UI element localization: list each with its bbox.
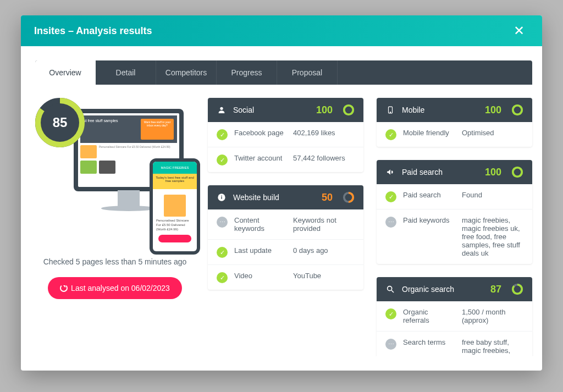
last-analysed-button[interactable]: Last analysed on 06/02/2023: [48, 277, 182, 299]
svg-point-10: [390, 112, 390, 113]
check-icon: ✓: [217, 272, 228, 283]
row-label: Twitter account: [234, 154, 286, 162]
cards-col-1: Social 100 ✓ Facebook page 402: [208, 98, 363, 356]
ellipsis-icon: ⋯: [217, 217, 228, 228]
card-score: 100: [485, 104, 501, 116]
score-badge: 85: [35, 98, 85, 147]
row-label: Facebook page: [234, 129, 286, 137]
check-icon: ✓: [385, 308, 396, 319]
card-mobile: Mobile 100 ✓ Mobile friendly O: [377, 98, 532, 147]
card-score: 100: [485, 167, 501, 178]
score-ring-icon: [511, 104, 523, 116]
card-score: 100: [316, 104, 333, 116]
analysis-modal: Insites – Analysis results ✕ Overview De…: [21, 15, 542, 371]
row-label: Mobile friendly: [403, 129, 455, 137]
cards-col-2: Mobile 100 ✓ Mobile friendly O: [377, 98, 532, 356]
check-icon: ✓: [385, 191, 396, 202]
search-icon: [385, 284, 395, 294]
close-icon: ✕: [514, 23, 525, 38]
card-header: i Website build 50: [208, 185, 363, 209]
row-value: 402,169 likes: [293, 129, 355, 137]
check-icon: ✓: [217, 247, 228, 258]
mobile-icon: [385, 105, 395, 115]
row-value: 0 days ago: [293, 246, 355, 255]
card-title: Social: [233, 106, 310, 114]
tab-proposal[interactable]: Proposal: [277, 60, 338, 85]
cards-columns: Social 100 ✓ Facebook page 402: [208, 98, 532, 356]
tab-competitors[interactable]: Competitors: [156, 60, 217, 85]
table-row: ✓ Mobile friendly Optimised: [377, 122, 532, 147]
modal-title: Insites – Analysis results: [34, 25, 152, 37]
card-title: Paid search: [402, 168, 478, 176]
table-row: ⋯ Search terms free baby stuff, magic fr…: [377, 332, 532, 356]
card-header: Mobile 100: [377, 98, 532, 122]
tab-overview[interactable]: Overview: [35, 60, 96, 85]
table-row: ✓ Last update 0 days ago: [208, 240, 363, 265]
check-icon: ✓: [385, 129, 396, 140]
info-icon: i: [217, 192, 227, 202]
card-title: Organic search: [402, 285, 484, 294]
checked-status: Checked 5 pages less than 5 minutes ago: [35, 257, 195, 266]
svg-point-15: [388, 286, 392, 291]
row-label: Last update: [234, 246, 286, 255]
ellipsis-icon: ⋯: [385, 217, 396, 228]
check-icon: ✓: [217, 129, 228, 140]
megaphone-icon: [385, 167, 395, 177]
row-label: Paid search: [403, 191, 455, 199]
card-website: i Website build 50 ⋯: [208, 185, 363, 290]
row-value: 57,442 followers: [293, 154, 355, 162]
analyse-label: Last analysed on 06/02/2023: [71, 284, 170, 292]
card-score: 87: [490, 284, 501, 295]
row-value: Found: [462, 191, 523, 199]
row-value: Keywords not provided: [293, 216, 355, 233]
card-header: Paid search 100: [377, 160, 532, 184]
phone-product: Personalised Skincare For £5.50 Delivere…: [156, 219, 194, 231]
card-score: 50: [322, 192, 333, 203]
ellipsis-icon: ⋯: [385, 339, 396, 350]
score-ring-icon: [343, 104, 355, 116]
row-label: Search terms: [403, 338, 455, 346]
row-label: Paid keywords: [403, 216, 455, 224]
row-label: Organic referrals: [403, 308, 455, 324]
table-row: ✓ Paid search Found: [377, 184, 532, 209]
svg-point-4: [344, 106, 354, 115]
tab-detail[interactable]: Detail: [96, 60, 156, 85]
svg-line-16: [391, 290, 394, 292]
table-row: ✓ Organic referrals 1,500 / month (appro…: [377, 301, 532, 332]
phone-banner: Today's best free stuff and free samples: [153, 174, 197, 189]
user-icon: [217, 105, 227, 115]
row-value: free baby stuff, magic freebies, magic f…: [462, 338, 523, 356]
card-organic-search: Organic search 87 ✓ Organic referrals: [377, 277, 532, 356]
svg-point-12: [513, 106, 522, 115]
table-row: ⋯ Paid keywords magic freebies, magic fr…: [377, 209, 532, 264]
card-paid-search: Paid search 100 ✓ Paid search: [377, 160, 532, 264]
refresh-icon: [60, 284, 68, 292]
row-label: Content keywords: [234, 216, 286, 233]
table-row: ✓ Facebook page 402,169 likes: [208, 122, 363, 147]
tab-progress[interactable]: Progress: [217, 60, 277, 85]
card-header: Social 100: [208, 98, 363, 122]
table-row: ✓ Twitter account 57,442 followers: [208, 147, 363, 172]
content-grid: st free stuff samples Want free stuff in…: [35, 98, 532, 356]
svg-text:i: i: [221, 195, 223, 200]
check-icon: ✓: [217, 154, 228, 165]
summary-column: st free stuff samples Want free stuff in…: [35, 98, 195, 356]
row-value: 1,500 / month (approx): [462, 308, 523, 324]
table-row: ✓ Video YouTube: [208, 265, 363, 290]
score-number: 85: [41, 103, 79, 142]
row-value: magic freebies, magic freebies uk, free …: [462, 216, 523, 257]
score-ring-icon: [343, 191, 355, 203]
content-scroll[interactable]: Overview Detail Competitors Progress Pro…: [35, 60, 536, 356]
card-title: Mobile: [402, 106, 478, 114]
table-row: ⋯ Content keywords Keywords not provided: [208, 209, 363, 240]
card-header: Organic search 87: [377, 277, 532, 301]
row-label: Video: [234, 272, 286, 280]
modal-body: Overview Detail Competitors Progress Pro…: [21, 46, 542, 371]
mock-cta: Want free stuff in your inbox every day?: [141, 119, 174, 140]
score-visual: st free stuff samples Want free stuff in…: [35, 98, 195, 252]
phone-mock: MAGIC FREEBIES Today's best free stuff a…: [150, 158, 200, 255]
close-button[interactable]: ✕: [509, 22, 529, 40]
mock-hero-text: st free stuff samples: [84, 119, 137, 140]
score-ring-icon: [511, 166, 523, 178]
modal-header: Insites – Analysis results ✕: [21, 15, 542, 46]
